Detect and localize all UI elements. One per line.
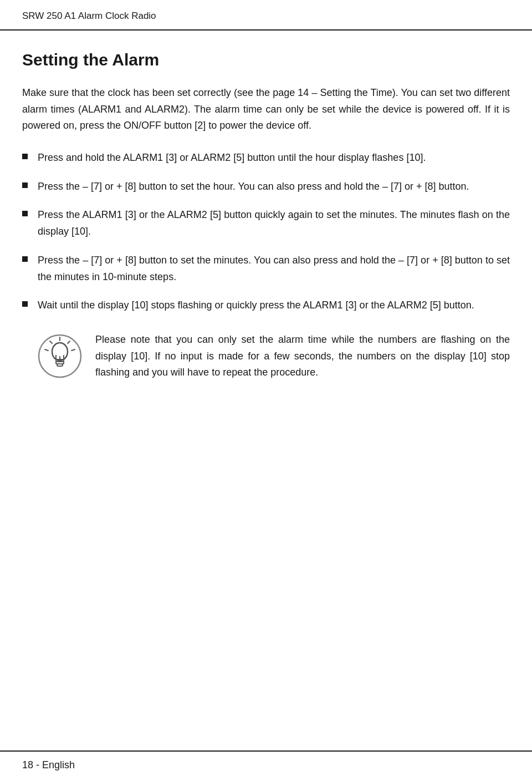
svg-line-11 (50, 341, 52, 343)
list-item: Press the – [7] or + [8] button to set t… (22, 179, 510, 195)
bullet-text: Press the – [7] or + [8] button to set t… (38, 252, 510, 285)
main-content: Setting the Alarm Make sure that the clo… (0, 31, 532, 425)
section-title: Setting the Alarm (22, 50, 510, 69)
intro-paragraph: Make sure that the clock has been set co… (22, 85, 510, 134)
bullet-list: Press and hold the ALARM1 [3] or ALARM2 … (22, 150, 510, 314)
bullet-text: Press the – [7] or + [8] button to set t… (38, 179, 510, 195)
document-title: SRW 250 A1 Alarm Clock Radio (22, 11, 156, 21)
svg-rect-7 (57, 364, 63, 366)
list-item: Press the – [7] or + [8] button to set t… (22, 252, 510, 285)
page-container: SRW 250 A1 Alarm Clock Radio Setting the… (0, 0, 532, 781)
bullet-icon (22, 256, 28, 262)
note-box: Please note that you can only set the al… (38, 332, 510, 381)
bullet-text: Press the ALARM1 [3] or the ALARM2 [5] b… (38, 207, 510, 240)
bottom-footer: 18 - English (0, 750, 532, 781)
top-header: SRW 250 A1 Alarm Clock Radio (0, 0, 532, 31)
list-item: Wait until the display [10] stops flashi… (22, 297, 510, 314)
svg-line-12 (45, 349, 48, 351)
bullet-text: Press and hold the ALARM1 [3] or ALARM2 … (38, 150, 510, 166)
svg-line-10 (71, 349, 75, 351)
bullet-icon (22, 154, 28, 159)
footer-page-label: 18 - English (22, 759, 75, 771)
bullet-icon (22, 301, 28, 307)
svg-line-9 (68, 341, 70, 343)
list-item: Press and hold the ALARM1 [3] or ALARM2 … (22, 150, 510, 166)
bullet-icon (22, 211, 28, 216)
list-item: Press the ALARM1 [3] or the ALARM2 [5] b… (22, 207, 510, 240)
bullet-text: Wait until the display [10] stops flashi… (38, 297, 510, 314)
note-paragraph: Please note that you can only set the al… (95, 332, 510, 381)
bullet-icon (22, 182, 28, 188)
lightbulb-icon (38, 334, 82, 378)
